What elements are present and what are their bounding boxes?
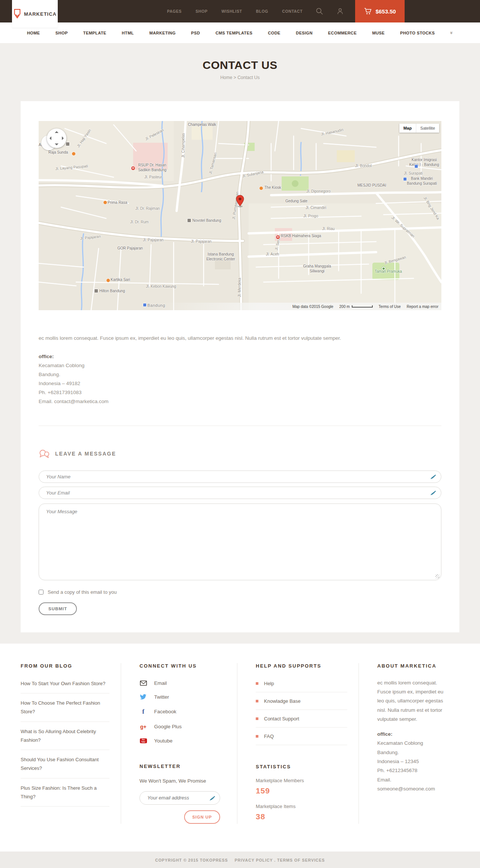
help-link[interactable]: Contact Support <box>256 710 347 728</box>
menu-code[interactable]: CODE <box>268 31 280 35</box>
leave-message-section: LEAVE A MESSAGE Send a copy of this emai… <box>39 426 441 615</box>
map-label: Jl. Progo <box>303 214 318 219</box>
about-office-line: Email. someone@someone.com <box>377 777 435 792</box>
about-office-line: Kecamatan Coblong <box>377 740 423 746</box>
map-label: Bank Mandiri Bandung Surapati <box>403 176 441 186</box>
about-office-block: office: Kecamatan Coblong Bandung. Indon… <box>377 730 448 793</box>
help-heading: HELP AND SUPPORTS <box>256 663 347 669</box>
office-block: office: Kecamatan Coblong Bandung. Indon… <box>39 352 441 406</box>
blog-link[interactable]: What is So Alluring About Celebrity Fash… <box>21 722 110 750</box>
pan-right-icon[interactable] <box>62 136 64 140</box>
menu-psd[interactable]: PSD <box>191 31 200 35</box>
pan-down-icon[interactable] <box>55 143 58 145</box>
menu-more-chevron-icon[interactable]: » <box>449 31 454 34</box>
tag-icon <box>13 9 21 19</box>
square-bullet-icon <box>256 717 258 720</box>
send-copy-checkbox[interactable] <box>39 590 44 595</box>
blog-list: How To Start Your Own Fashion Store? How… <box>21 674 110 807</box>
blog-link[interactable]: Plus Size Fashion: Is There Such a Thing… <box>21 778 110 807</box>
menu-muse[interactable]: MUSE <box>372 31 384 35</box>
menu-design[interactable]: DESIGN <box>296 31 313 35</box>
contact-intro: ec mollis lorem consequat. Fusce ipsum e… <box>39 334 441 342</box>
map-type-map-button[interactable]: Map <box>399 124 416 133</box>
restaurant-poi-icon <box>259 186 263 190</box>
social-youtube-link[interactable]: YouTube Youtube <box>140 734 226 748</box>
pen-icon <box>209 795 216 803</box>
message-field-wrap <box>39 503 441 582</box>
statistics-heading: STATISTICS <box>256 764 347 769</box>
about-office-line: Indonesia – 12345 <box>377 759 419 764</box>
map-terms-link[interactable]: Terms of Use <box>379 305 401 309</box>
name-field-wrap <box>39 471 441 483</box>
map-report-link[interactable]: Report a map error <box>407 305 438 309</box>
social-label: Google Plus <box>154 724 182 729</box>
submit-button[interactable]: SUBMIT <box>39 602 77 615</box>
map-pan-control[interactable] <box>47 128 66 148</box>
social-email-link[interactable]: Email <box>140 676 226 690</box>
newsletter-email-input[interactable] <box>140 791 220 805</box>
user-icon[interactable] <box>336 7 344 15</box>
help-label: FAQ <box>264 734 274 739</box>
brand-logo[interactable]: MARKETICA <box>12 0 58 28</box>
map-label: GOR Pajajaran <box>117 246 143 251</box>
map-label: Graha Manggala Siliwangi <box>297 264 337 273</box>
menu-home[interactable]: HOME <box>27 31 40 35</box>
help-link[interactable]: Help <box>256 675 347 692</box>
footer: FROM OUR BLOG How To Start Your Own Fash… <box>0 644 480 852</box>
search-icon[interactable] <box>315 7 324 15</box>
social-twitter-link[interactable]: Twitter <box>140 690 226 704</box>
help-link[interactable]: Knowladge Base <box>256 692 347 710</box>
map-label: Jl. Diponegoro <box>306 189 330 194</box>
breadcrumb-current: Contact Us <box>237 75 260 80</box>
newsletter-note: We Won't Spam, We Promise <box>140 778 226 784</box>
top-nav-blog[interactable]: BLOG <box>256 9 268 13</box>
top-nav-contact[interactable]: CONTACT <box>282 9 303 13</box>
name-input[interactable] <box>39 471 441 483</box>
pan-up-icon[interactable] <box>55 131 58 133</box>
help-link[interactable]: FAQ <box>256 728 347 745</box>
signup-button[interactable]: SIGN UP <box>184 810 220 824</box>
location-marker-icon[interactable] <box>235 194 245 209</box>
send-copy-row: Send a copy of this email to you <box>39 589 441 595</box>
pan-left-icon[interactable] <box>50 136 51 140</box>
social-facebook-link[interactable]: f Facebook <box>140 704 226 720</box>
menu-template[interactable]: TEMPLATE <box>83 31 106 35</box>
message-textarea[interactable] <box>39 503 441 580</box>
menu-cms-templates[interactable]: CMS TEMPLATES <box>216 31 253 35</box>
menu-shop[interactable]: SHOP <box>56 31 68 35</box>
email-input[interactable] <box>39 487 441 499</box>
top-nav-pages[interactable]: PAGES <box>167 9 182 13</box>
stat-members-label: Marketplace Members <box>256 778 347 783</box>
menu-html[interactable]: HTML <box>122 31 134 35</box>
map-label: Jl. Dr. Rajiman <box>135 206 160 211</box>
office-line: Bandung. <box>39 372 60 377</box>
map-label: Raja Sunda <box>48 150 68 155</box>
map-footer: Map data ©2015 Google 200 m Terms of Use… <box>39 303 441 310</box>
menu-photo-stocks[interactable]: PHOTO STOCKS <box>400 31 435 35</box>
top-nav-wishlist[interactable]: WISHLIST <box>222 9 242 13</box>
map-attribution: Map data ©2015 Google <box>292 305 333 309</box>
cart-icon <box>364 7 372 15</box>
restaurant-poi-icon <box>103 200 107 205</box>
pen-icon <box>430 474 436 481</box>
social-googleplus-link[interactable]: g+ Google Plus <box>140 720 226 734</box>
map-type-switcher: Map Satellite <box>399 124 439 133</box>
map-label: Taman Pramuka <box>375 269 402 274</box>
resize-grip-icon[interactable] <box>435 574 440 578</box>
blog-link[interactable]: Should You Use Fashion Consultant Servic… <box>21 750 110 778</box>
newsletter-field-wrap <box>140 791 220 805</box>
office-label: office: <box>39 354 54 359</box>
blog-link[interactable]: How To Start Your Own Fashion Store? <box>21 674 110 694</box>
email-field-wrap <box>39 487 441 499</box>
blog-link[interactable]: How To Choose The Perfect Fashion Store? <box>21 693 110 722</box>
square-bullet-icon <box>256 735 258 738</box>
breadcrumb-home[interactable]: Home <box>220 75 232 80</box>
map-type-satellite-button[interactable]: Satellite <box>416 124 439 133</box>
cart-button[interactable]: $653.50 <box>355 0 405 22</box>
top-nav-shop[interactable]: SHOP <box>195 9 207 13</box>
google-map[interactable]: Champelas Walk Jl. Hasanudin Jl. Pelesir… <box>39 121 441 310</box>
legal-links[interactable]: PRIVACY POLICY . TERMS OF SERVICES <box>235 858 325 862</box>
stat-items-value: 38 <box>256 812 347 821</box>
menu-marketing[interactable]: MARKETING <box>149 31 176 35</box>
menu-ecommerce[interactable]: ECOMMERCE <box>328 31 357 35</box>
